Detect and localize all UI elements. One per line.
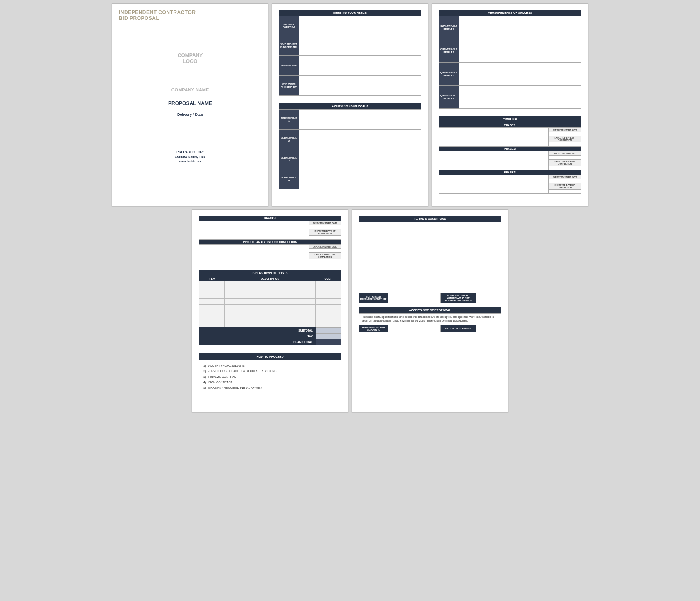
deliverable-cell[interactable] <box>299 110 421 130</box>
cost-cell[interactable] <box>316 305 341 310</box>
cost-cell[interactable] <box>225 322 316 328</box>
cost-cell[interactable] <box>316 287 341 293</box>
cost-cell[interactable] <box>225 293 316 299</box>
cost-cell[interactable] <box>199 322 225 328</box>
cost-cell[interactable] <box>316 322 341 328</box>
subtotal-value[interactable] <box>316 328 341 334</box>
phase-4-body[interactable] <box>199 221 309 240</box>
meeting-row-label: WHY WE'RE THE BEST FIT <box>279 76 299 96</box>
cost-cell[interactable] <box>199 293 225 299</box>
measure-row-label: QUANTIFIABLE RESULT 3 <box>439 63 459 86</box>
phase-3-body[interactable] <box>439 175 549 194</box>
how-to-proceed-header: HOW TO PROCEED <box>199 353 341 360</box>
cost-cell[interactable] <box>199 316 225 322</box>
cost-cell[interactable] <box>225 281 316 287</box>
cost-cell[interactable] <box>225 287 316 293</box>
measure-row-label: QUANTIFIABLE RESULT 2 <box>439 39 459 63</box>
timeline-table: PHASE 1 EXPECTED START DATE EXPECTED DAT… <box>439 123 581 194</box>
acceptance-text: Proposed costs, specifications, and cond… <box>359 313 501 325</box>
measure-row-cell[interactable] <box>459 16 581 39</box>
deliverable-cell[interactable] <box>299 169 421 189</box>
htp-step: 1) ACCEPT PROPOSAL AS IS <box>203 363 337 368</box>
measure-row-cell[interactable] <box>459 39 581 63</box>
project-analysis-body[interactable] <box>199 245 309 263</box>
meeting-row-cell[interactable] <box>299 56 421 76</box>
cost-cell[interactable] <box>199 310 225 316</box>
subtotal-label: SUBTOTAL <box>199 328 316 334</box>
measure-row-cell[interactable] <box>459 86 581 109</box>
doc-title: INDEPENDENT CONTRACTOR BID PROPOSAL <box>119 10 261 22</box>
expected-start-value[interactable] <box>309 225 341 229</box>
meeting-row-label: WHO WE ARE <box>279 56 299 76</box>
meeting-row-label: PROJECT OVERVIEW <box>279 16 299 36</box>
htp-step: 2) -OR- DISCUSS CHANGES / REQUEST REVISI… <box>203 368 337 374</box>
htp-step: 3) FINALIZE CONTRACT <box>203 374 337 380</box>
expected-completion-value[interactable] <box>549 142 581 147</box>
cost-cell[interactable] <box>225 299 316 305</box>
cost-cell[interactable] <box>316 293 341 299</box>
cost-cell[interactable] <box>316 310 341 316</box>
cost-cell[interactable] <box>316 316 341 322</box>
meeting-row-cell[interactable] <box>299 16 421 36</box>
expected-start-label: EXPECTED START DATE <box>549 151 581 156</box>
cost-cell[interactable] <box>199 299 225 305</box>
phase-1-header: PHASE 1 <box>439 123 581 128</box>
meeting-row-label: WHY PROJECT IS NECESSARY <box>279 36 299 56</box>
cost-cell[interactable] <box>199 287 225 293</box>
deliverable-cell[interactable] <box>299 149 421 169</box>
expected-completion-value[interactable] <box>549 190 581 194</box>
expected-start-value[interactable] <box>549 156 581 160</box>
measure-row-label: QUANTIFIABLE RESULT 1 <box>439 16 459 39</box>
breakdown-costs-header: BREAKDOWN OF COSTS <box>199 270 341 276</box>
date-acceptance-value[interactable] <box>476 325 501 332</box>
expected-completion-value[interactable] <box>309 236 341 240</box>
acceptance-header: ACCEPTANCE OF PROPOSAL <box>359 307 501 313</box>
meeting-needs-header: MEETING YOUR NEEDS <box>279 10 421 16</box>
terms-header: TERMS & CONDITIONS <box>359 216 501 222</box>
cost-cell[interactable] <box>316 281 341 287</box>
page-3-measures-timeline: MEASUREMENTS OF SUCCESS QUANTIFIABLE RES… <box>432 3 588 206</box>
cost-cell[interactable] <box>199 305 225 310</box>
client-signature-row: AUTHORIZED CLIENT SIGNATURE DATE OF ACCE… <box>359 325 501 332</box>
deliverable-label: DELIVERABLE 3 <box>279 149 299 169</box>
company-name: COMPANY NAME <box>119 87 261 92</box>
expected-completion-label: EXPECTED DATE OF COMPLETION <box>549 136 581 142</box>
expected-start-value[interactable] <box>309 249 341 253</box>
expected-completion-value[interactable] <box>309 259 341 263</box>
auth-preparer-signature[interactable] <box>388 293 441 303</box>
expected-completion-label: EXPECTED DATE OF COMPLETION <box>549 183 581 190</box>
measurements-header: MEASUREMENTS OF SUCCESS <box>439 10 581 16</box>
phase-2-header: PHASE 2 <box>439 147 581 151</box>
phase-2-body[interactable] <box>439 151 549 170</box>
measurements-table: QUANTIFIABLE RESULT 1 QUANTIFIABLE RESUL… <box>439 16 581 109</box>
phase-4-header: PHASE 4 <box>199 216 341 221</box>
cost-cell[interactable] <box>199 281 225 287</box>
prepared-for: PREPARED FOR: Contact Name, Title email … <box>119 150 261 164</box>
cost-cell[interactable] <box>316 299 341 305</box>
meeting-needs-table: PROJECT OVERVIEW WHY PROJECT IS NECESSAR… <box>279 16 421 96</box>
withdraw-date[interactable] <box>476 293 501 303</box>
auth-client-signature[interactable] <box>388 325 441 332</box>
measure-row-cell[interactable] <box>459 63 581 86</box>
cost-cell[interactable] <box>225 310 316 316</box>
proposal-name: PROPOSAL NAME <box>119 101 261 106</box>
achieving-goals-table: DELIVERABLE 1 DELIVERABLE 2 DELIVERABLE … <box>279 109 421 189</box>
auth-client-label: AUTHORIZED CLIENT SIGNATURE <box>359 325 388 332</box>
cost-cell[interactable] <box>225 305 316 310</box>
expected-completion-label: EXPECTED DATE OF COMPLETION <box>309 229 341 236</box>
meeting-row-cell[interactable] <box>299 76 421 96</box>
timeline-header: TIMELINE <box>439 116 581 123</box>
expected-completion-value[interactable] <box>549 166 581 170</box>
expected-start-value[interactable] <box>549 179 581 183</box>
deliverable-cell[interactable] <box>299 130 421 149</box>
terms-body[interactable] <box>359 222 501 291</box>
expected-start-label: EXPECTED START DATE <box>309 221 341 225</box>
meeting-row-cell[interactable] <box>299 36 421 56</box>
grand-total-value[interactable] <box>316 339 341 345</box>
tax-value[interactable] <box>316 334 341 339</box>
deliverable-label: DELIVERABLE 2 <box>279 130 299 149</box>
cost-col-description: DESCRIPTION <box>225 276 316 281</box>
expected-start-value[interactable] <box>549 132 581 136</box>
phase-1-body[interactable] <box>439 128 549 147</box>
cost-cell[interactable] <box>225 316 316 322</box>
